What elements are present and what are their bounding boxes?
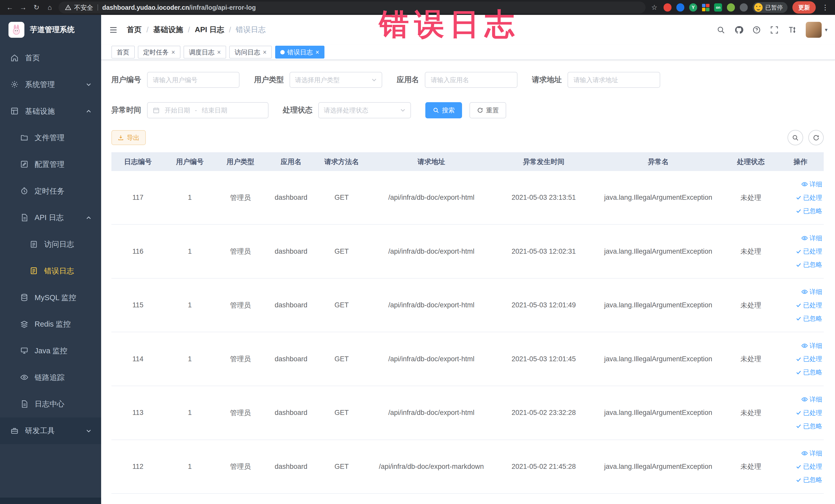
- detail-link[interactable]: 详细: [801, 178, 822, 190]
- date-separator: -: [195, 106, 197, 114]
- error-log-table: 日志编号 用户编号 用户类型 应用名 请求方法名 请求地址 异常发生时间 异常名…: [111, 152, 824, 494]
- cell-log-id: 115: [111, 301, 165, 309]
- processed-link[interactable]: 已处理: [796, 407, 822, 419]
- ignored-link[interactable]: 已忽略: [796, 366, 822, 378]
- processed-link[interactable]: 已处理: [796, 192, 822, 204]
- sidebar-item-java-monitor[interactable]: Java 监控: [0, 338, 101, 364]
- sidebar-item-mysql-monitor[interactable]: MySQL 监控: [0, 284, 101, 311]
- tab-access-log[interactable]: 访问日志×: [229, 46, 272, 59]
- cell-method: GET: [316, 409, 367, 417]
- avatar: [806, 22, 822, 38]
- processed-link[interactable]: 已处理: [796, 461, 822, 472]
- cell-actions: 详细已处理已忽略: [777, 178, 824, 217]
- ignored-link[interactable]: 已忽略: [796, 259, 822, 270]
- browser-home-icon[interactable]: ⌂: [45, 4, 54, 12]
- close-icon[interactable]: ×: [263, 49, 267, 56]
- ignored-link[interactable]: 已忽略: [796, 474, 822, 486]
- sidebar-item-access-log[interactable]: 访问日志: [0, 231, 101, 258]
- sidebar-item-infrastructure[interactable]: 基础设施: [0, 98, 101, 125]
- sidebar-item-api-log[interactable]: API 日志: [0, 205, 101, 231]
- close-icon[interactable]: ×: [315, 49, 319, 56]
- extension-paw-icon[interactable]: [740, 3, 748, 11]
- request-url-input[interactable]: [568, 72, 660, 88]
- detail-link[interactable]: 详细: [801, 233, 822, 244]
- detail-link[interactable]: 详细: [801, 447, 822, 459]
- ignored-link[interactable]: 已忽略: [796, 420, 822, 432]
- processed-link[interactable]: 已处理: [796, 245, 822, 257]
- breadcrumb-item[interactable]: 首页: [127, 25, 142, 35]
- paused-badge[interactable]: 已暂停: [753, 2, 788, 13]
- security-chip[interactable]: 不安全: [65, 3, 93, 12]
- tab-dispatch-log[interactable]: 调度日志×: [184, 46, 226, 59]
- browser-extensions: ☆ Y on 已暂停 更新 ⋮: [650, 1, 830, 14]
- layers-icon: [20, 320, 29, 329]
- extension-red-icon[interactable]: [664, 3, 672, 11]
- sidebar-item-dev-tools[interactable]: 研发工具: [0, 418, 101, 444]
- process-status-select[interactable]: 请选择处理状态: [318, 102, 411, 118]
- sidebar-item-file-mgmt[interactable]: 文件管理: [0, 124, 101, 151]
- bookmark-star-icon[interactable]: ☆: [650, 3, 659, 12]
- browser-back-icon[interactable]: ←: [5, 4, 14, 12]
- sidebar-item-error-log[interactable]: 错误日志: [0, 258, 101, 284]
- check-icon: [796, 195, 802, 201]
- detail-link[interactable]: 详细: [801, 340, 822, 352]
- sidebar-item-redis-monitor[interactable]: Redis 监控: [0, 311, 101, 338]
- breadcrumb-item[interactable]: 基础设施: [153, 25, 183, 35]
- date-range-picker[interactable]: 开始日期 - 结束日期: [147, 102, 268, 118]
- browser-forward-icon[interactable]: →: [19, 4, 28, 12]
- github-icon[interactable]: [734, 25, 744, 35]
- omnibox-divider: [98, 4, 98, 11]
- cell-exception-time: 2021-05-03 12:01:49: [496, 301, 591, 309]
- breadcrumb-item[interactable]: API 日志: [195, 25, 224, 35]
- detail-link[interactable]: 详细: [801, 286, 822, 298]
- user-id-input[interactable]: [147, 72, 240, 88]
- tab-error-log[interactable]: 错误日志×: [275, 46, 325, 59]
- extension-y-icon[interactable]: Y: [689, 3, 697, 11]
- hamburger-icon[interactable]: [108, 25, 118, 35]
- close-icon[interactable]: ×: [217, 49, 221, 56]
- user-type-select[interactable]: 请选择用户类型: [289, 72, 382, 88]
- extension-leaf-icon[interactable]: [727, 3, 735, 11]
- browser-menu-icon[interactable]: ⋮: [821, 3, 830, 12]
- fullscreen-icon[interactable]: [770, 26, 778, 34]
- toggle-search-button[interactable]: [788, 130, 803, 145]
- app-name-input[interactable]: [425, 72, 517, 88]
- extension-drop-icon[interactable]: [676, 3, 684, 11]
- sidebar-item-trace[interactable]: 链路追踪: [0, 364, 101, 391]
- address-bar[interactable]: 不安全 dashboard.yudao.iocoder.cn/infra/log…: [59, 2, 646, 13]
- cell-request-url: /api/infra/db-doc/export-html: [367, 194, 496, 202]
- browser-reload-icon[interactable]: ↻: [32, 3, 41, 12]
- cell-method: GET: [316, 194, 367, 202]
- col-status: 处理状态: [725, 157, 777, 166]
- logo[interactable]: 芋道管理系统: [0, 15, 101, 45]
- cell-method: GET: [316, 463, 367, 471]
- refresh-button[interactable]: [808, 130, 824, 145]
- help-icon[interactable]: [752, 26, 761, 34]
- detail-link[interactable]: 详细: [801, 394, 822, 405]
- sidebar-item-scheduled-jobs[interactable]: 定时任务: [0, 178, 101, 205]
- processed-link[interactable]: 已处理: [796, 299, 822, 311]
- eye-icon: [801, 288, 808, 295]
- search-icon[interactable]: [717, 26, 725, 34]
- processed-link[interactable]: 已处理: [796, 353, 822, 365]
- ignored-link[interactable]: 已忽略: [796, 205, 822, 217]
- sidebar-item-config-mgmt[interactable]: 配置管理: [0, 151, 101, 178]
- sidebar-item-home[interactable]: 首页: [0, 45, 101, 72]
- ignored-link[interactable]: 已忽略: [796, 313, 822, 324]
- extension-grid-icon[interactable]: [702, 4, 710, 11]
- extension-on-icon[interactable]: on: [714, 3, 722, 11]
- user-menu[interactable]: ▾: [806, 22, 828, 38]
- sidebar-item-log-center[interactable]: 日志中心: [0, 391, 101, 418]
- export-button[interactable]: 导出: [111, 130, 146, 145]
- reset-button[interactable]: 重置: [469, 102, 506, 118]
- cell-log-id: 116: [111, 247, 165, 256]
- close-icon[interactable]: ×: [171, 49, 175, 56]
- update-button[interactable]: 更新: [792, 1, 816, 14]
- url-domain: dashboard.yudao.iocoder.cn: [102, 4, 189, 11]
- filter-user-type: 用户类型 请选择用户类型: [254, 72, 382, 88]
- sidebar-item-system-mgmt[interactable]: 系统管理: [0, 72, 101, 98]
- search-button[interactable]: 搜索: [425, 102, 462, 118]
- tab-home[interactable]: 首页: [111, 46, 135, 59]
- font-size-icon[interactable]: [788, 25, 796, 35]
- tab-scheduled-jobs[interactable]: 定时任务×: [138, 46, 180, 59]
